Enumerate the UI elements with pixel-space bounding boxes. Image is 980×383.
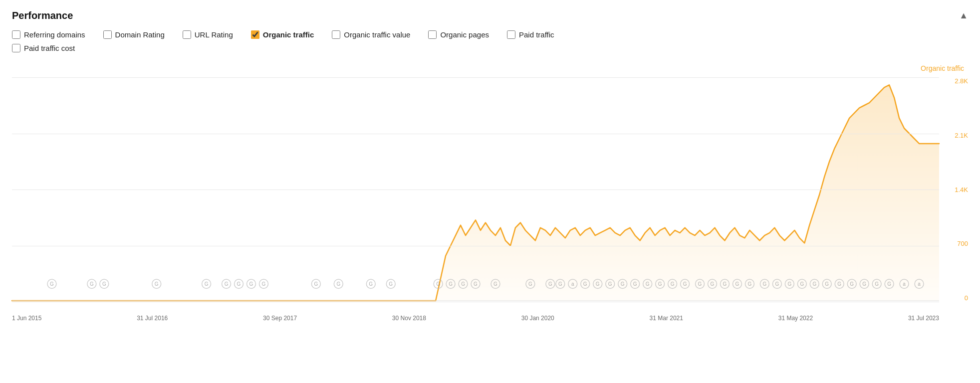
y-axis-labels: 2.8K 2.1K 1.4K 700 0 xyxy=(943,62,968,322)
checkbox-url-rating[interactable]: URL Rating xyxy=(183,30,233,39)
checkbox-label-paid-traffic: Paid traffic xyxy=(519,30,554,39)
checkbox-input-organic-pages[interactable] xyxy=(428,30,437,39)
checkbox-input-url-rating[interactable] xyxy=(183,30,191,39)
checkbox-input-domain-rating[interactable] xyxy=(103,30,112,39)
x-label-2: 31 Jul 2016 xyxy=(137,315,168,322)
x-label-7: 31 May 2022 xyxy=(778,315,813,322)
checkbox-label-referring-domains: Referring domains xyxy=(24,30,85,39)
checkbox-domain-rating[interactable]: Domain Rating xyxy=(103,30,165,39)
checkbox-paid-traffic-cost[interactable]: Paid traffic cost xyxy=(12,44,75,52)
x-label-3: 30 Sep 2017 xyxy=(263,315,297,322)
checkbox-label-organic-traffic: Organic traffic xyxy=(263,30,314,39)
checkbox-label-paid-traffic-cost: Paid traffic cost xyxy=(24,44,75,52)
y-label-2800: 2.8K xyxy=(943,77,968,85)
checkbox-organic-traffic-value[interactable]: Organic traffic value xyxy=(332,30,410,39)
checkbox-input-paid-traffic-cost[interactable] xyxy=(12,44,20,52)
checkbox-organic-pages[interactable]: Organic pages xyxy=(428,30,489,39)
checkbox-label-organic-pages: Organic pages xyxy=(440,30,489,39)
collapse-button[interactable]: ▲ xyxy=(959,10,968,21)
checkbox-label-url-rating: URL Rating xyxy=(195,30,233,39)
x-label-4: 30 Nov 2018 xyxy=(392,315,426,322)
filter-checkboxes: Referring domainsDomain RatingURL Rating… xyxy=(12,30,968,57)
chart-inner: G G G G G G G G G xyxy=(12,77,939,302)
x-label-6: 31 Mar 2021 xyxy=(650,315,683,322)
chart-grid xyxy=(12,77,939,302)
performance-chart: Organic traffic xyxy=(12,62,968,322)
checkbox-input-organic-traffic-value[interactable] xyxy=(332,30,340,39)
checkbox-label-organic-traffic-value: Organic traffic value xyxy=(344,30,410,39)
x-label-1: 1 Jun 2015 xyxy=(12,315,41,322)
checkbox-referring-domains[interactable]: Referring domains xyxy=(12,30,85,39)
x-label-5: 30 Jan 2020 xyxy=(521,315,554,322)
y-label-700: 700 xyxy=(943,240,968,247)
checkbox-label-domain-rating: Domain Rating xyxy=(115,30,165,39)
checkbox-input-organic-traffic[interactable] xyxy=(251,30,259,39)
x-axis-labels: 1 Jun 2015 31 Jul 2016 30 Sep 2017 30 No… xyxy=(12,311,939,322)
y-label-1400: 1.4K xyxy=(943,186,968,193)
checkbox-input-referring-domains[interactable] xyxy=(12,30,20,39)
checkbox-organic-traffic[interactable]: Organic traffic xyxy=(251,30,314,39)
y-label-2100: 2.1K xyxy=(943,132,968,139)
page-title: Performance xyxy=(12,10,73,21)
checkbox-input-paid-traffic[interactable] xyxy=(507,30,515,39)
x-label-8: 31 Jul 2023 xyxy=(908,315,939,322)
y-label-0: 0 xyxy=(943,294,968,302)
checkbox-paid-traffic[interactable]: Paid traffic xyxy=(507,30,554,39)
